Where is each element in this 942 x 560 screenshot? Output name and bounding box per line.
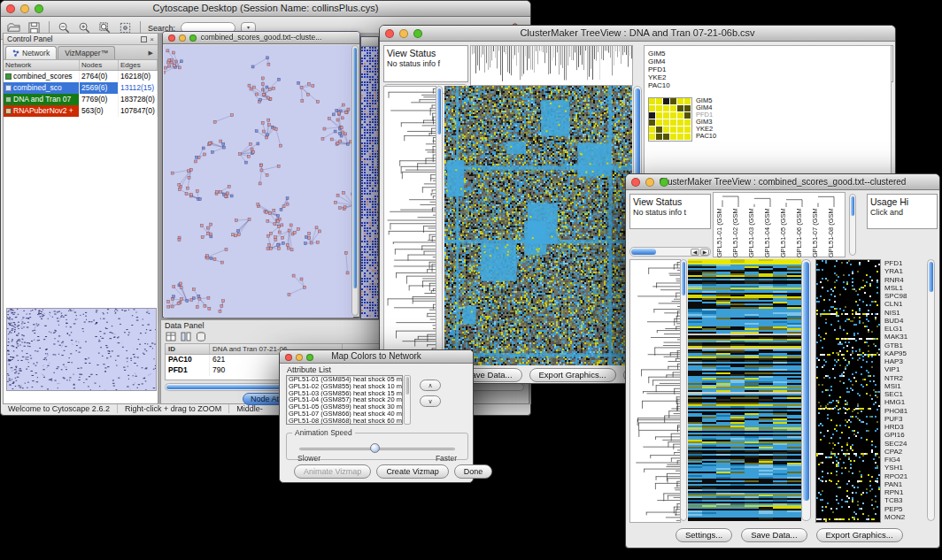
animate-vizmap-button[interactable]: Animate Vizmap: [294, 464, 371, 479]
gene-label[interactable]: RNR4: [884, 276, 923, 284]
gene-label[interactable]: RPO21: [884, 472, 923, 480]
create-vizmap-button[interactable]: Create Vizmap: [376, 464, 448, 479]
zoom-button[interactable]: [413, 29, 422, 38]
move-down-button[interactable]: ∨: [420, 395, 441, 407]
close-button[interactable]: [168, 35, 175, 42]
gene-label[interactable]: PUF3: [884, 415, 923, 423]
close-button[interactable]: [385, 29, 394, 38]
attribute-list-scrollbar[interactable]: [404, 375, 411, 425]
dense-network-canvas[interactable]: [361, 47, 378, 318]
dialog-titlebar[interactable]: Map Colors to Network: [280, 350, 473, 364]
gene-label[interactable]: PFD1: [884, 259, 923, 267]
gene-label[interactable]: BUD4: [884, 317, 923, 325]
gene-label[interactable]: FIG4: [884, 456, 923, 464]
heatmap-canvas[interactable]: [444, 86, 632, 365]
tab-vizmapper[interactable]: VizMapper™: [58, 46, 115, 59]
row-dendro-scrollbar[interactable]: [436, 86, 443, 365]
array-column-label[interactable]: GPL51-07 (GSM866: [811, 208, 827, 257]
network-row[interactable]: RNAPuberNov2 + 563(0) 107847(0): [4, 105, 158, 117]
speed-slider-thumb[interactable]: [370, 443, 380, 453]
gene-label[interactable]: PFD1: [648, 65, 670, 73]
gene-label[interactable]: TCB3: [884, 496, 923, 504]
close-button[interactable]: [285, 354, 292, 361]
gene-label[interactable]: VIP1: [884, 365, 923, 373]
network-graph-canvas[interactable]: [164, 45, 353, 318]
tab-network[interactable]: Network: [5, 46, 57, 59]
gene-label[interactable]: ELG1: [884, 325, 923, 333]
gene-label[interactable]: CLN1: [884, 300, 923, 308]
gene-label[interactable]: PHO81: [884, 407, 923, 415]
array-column-label[interactable]: GPL51-08 (GSM872: [827, 208, 843, 257]
scroll-left-icon[interactable]: ◀: [691, 249, 699, 256]
column-dendrogram[interactable]: [714, 193, 845, 207]
gene-label[interactable]: KAP95: [884, 349, 923, 357]
attribute-store-icon[interactable]: [195, 331, 206, 341]
heatmap-canvas[interactable]: [688, 259, 801, 521]
gene-label[interactable]: GIM5: [648, 50, 670, 58]
close-panel-icon[interactable]: ×: [150, 36, 154, 42]
gene-label[interactable]: MON2: [884, 513, 923, 521]
gene-label[interactable]: MSL1: [884, 284, 923, 292]
row-dendrogram[interactable]: [383, 86, 436, 367]
network-row[interactable]: DNA and Tran 07 7769(0) 183728(0): [4, 94, 158, 105]
zoom-button[interactable]: [35, 4, 43, 13]
array-column-label[interactable]: GPL51-01 (GSM854: [715, 208, 731, 257]
gene-label[interactable]: SEC24: [884, 440, 923, 448]
dendro-hscrollbar[interactable]: ◀ ▶: [629, 247, 711, 257]
gene-label[interactable]: HAP3: [884, 357, 923, 365]
treeview-button[interactable]: Export Graphics...: [816, 528, 903, 542]
gene-label[interactable]: NTR2: [884, 374, 923, 382]
gene-label[interactable]: PAC10: [648, 81, 670, 89]
attribute-item[interactable]: GPL51-02 (GSM855) heat shock 10 min: [287, 383, 402, 390]
close-button[interactable]: [6, 4, 15, 13]
attribute-item[interactable]: GPL51-03 (GSM856) heat shock 15 min: [287, 390, 402, 397]
gene-label[interactable]: HMG1: [884, 398, 923, 406]
gene-label[interactable]: PEP5: [884, 505, 923, 513]
row-dendro-scrollbar[interactable]: [680, 259, 687, 521]
gene-label[interactable]: PAN1: [884, 480, 923, 488]
move-up-button[interactable]: ∧: [420, 380, 441, 391]
tab-overflow-icon[interactable]: ▶: [146, 46, 156, 59]
array-column-label[interactable]: GPL51-05 (GSM859: [779, 208, 795, 257]
done-button[interactable]: Done: [454, 464, 493, 479]
array-column-label[interactable]: GPL51-04 (GSM857: [763, 208, 779, 257]
gene-label[interactable]: MAK31: [884, 333, 923, 341]
background-network-window[interactable]: [360, 36, 379, 319]
attribute-item[interactable]: GPL51-05 (GSM859) heat shock 30 min: [287, 403, 402, 410]
gene-label[interactable]: HRD3: [884, 423, 923, 431]
treeview-button[interactable]: Settings...: [676, 528, 732, 542]
gene-label[interactable]: GTB1: [884, 341, 923, 349]
column-edges[interactable]: Edges: [119, 60, 158, 70]
gene-label[interactable]: NIS1: [884, 309, 923, 317]
close-button[interactable]: [631, 178, 640, 187]
zoom-button[interactable]: [306, 354, 313, 361]
correlation-matrix[interactable]: [648, 97, 692, 142]
label-vscrollbar[interactable]: [849, 194, 856, 256]
gene-list-scrollbar[interactable]: [927, 259, 935, 521]
column-dendrogram[interactable]: [470, 45, 633, 86]
overview-heatmap-canvas[interactable]: [815, 259, 881, 523]
gene-label[interactable]: SPC98: [884, 292, 923, 300]
treeview-dna-titlebar[interactable]: ClusterMaker TreeView : DNA and Tran 07-…: [380, 26, 895, 42]
network-view-titlebar[interactable]: combined_scores_good.txt--cluste...: [163, 32, 359, 44]
treeview-button[interactable]: Export Graphics...: [529, 368, 616, 382]
minimize-button[interactable]: [296, 354, 303, 361]
heatmap-vscrollbar[interactable]: [801, 259, 811, 521]
treeview-button[interactable]: Save Data...: [741, 528, 807, 542]
array-column-label[interactable]: GPL51-06 (GSM865: [795, 208, 811, 257]
gene-label[interactable]: GPI16: [884, 431, 923, 439]
minimize-button[interactable]: [399, 29, 408, 38]
zoom-button[interactable]: [660, 178, 668, 187]
attribute-list[interactable]: GPL51-01 (GSM854) heat shock 05 minGPL51…: [286, 375, 403, 425]
scroll-right-icon[interactable]: ▶: [700, 249, 709, 256]
gene-label[interactable]: CPA2: [884, 448, 923, 456]
gene-label[interactable]: SEC1: [884, 390, 923, 398]
attribute-item[interactable]: GPL51-04 (GSM857) heat shock 20 min: [287, 396, 402, 403]
gene-label[interactable]: MSI1: [884, 382, 923, 390]
gene-label[interactable]: YKE2: [648, 73, 670, 81]
select-attributes-icon[interactable]: [165, 331, 176, 341]
main-titlebar[interactable]: Cytoscape Desktop (Session Name: collins…: [1, 1, 530, 17]
network-row[interactable]: combined_sco 2569(6) 13112(15): [4, 82, 158, 94]
minimize-button[interactable]: [645, 178, 654, 187]
column-layout-icon[interactable]: [180, 331, 191, 341]
